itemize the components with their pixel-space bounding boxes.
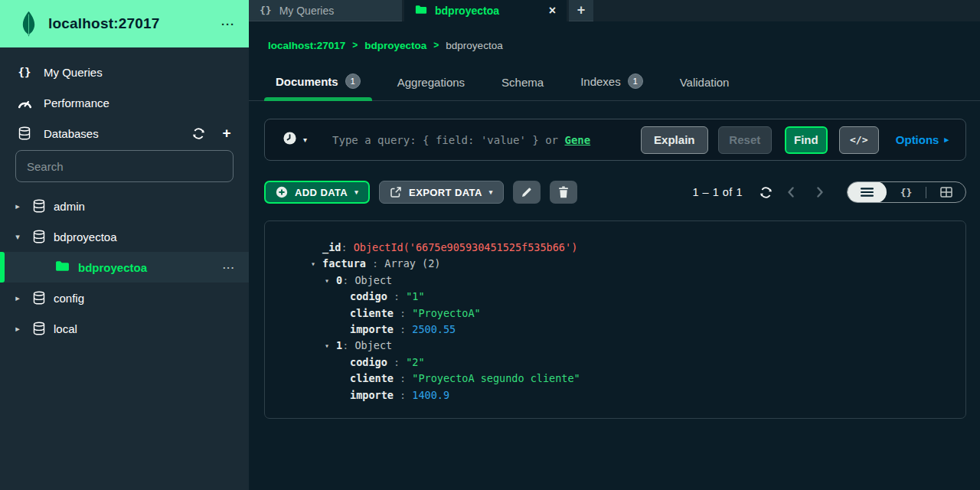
tab-indexes[interactable]: Indexes 1 bbox=[580, 74, 643, 100]
edit-document-button[interactable] bbox=[513, 181, 541, 204]
field-value: Object bbox=[354, 338, 392, 354]
field-separator: : bbox=[394, 322, 412, 338]
json-view-button[interactable]: {} bbox=[887, 181, 926, 203]
document-field-row[interactable]: codigo : "1" bbox=[265, 289, 965, 305]
options-toggle[interactable]: Options ▸ bbox=[896, 133, 949, 146]
field-separator: : bbox=[387, 289, 406, 305]
document-field-row[interactable]: codigo : "2" bbox=[265, 354, 965, 371]
options-label: Options bbox=[896, 133, 939, 146]
create-database-icon[interactable]: + bbox=[218, 125, 235, 142]
field-value: 2500.55 bbox=[412, 322, 456, 338]
next-page-icon[interactable] bbox=[809, 187, 831, 198]
sidebar-item-my-queries[interactable]: {} My Queries bbox=[0, 57, 249, 87]
list-view-button[interactable] bbox=[848, 181, 887, 203]
refresh-databases-icon[interactable] bbox=[190, 127, 207, 140]
tab-my-queries[interactable]: {} My Queries bbox=[249, 0, 402, 21]
tree-item-config[interactable]: ▸ config bbox=[0, 283, 249, 313]
folder-icon bbox=[415, 5, 427, 17]
new-tab-button[interactable]: + bbox=[569, 0, 593, 21]
collection-tabs: Documents 1 Aggregations Schema Indexes … bbox=[249, 57, 980, 101]
document-field-row[interactable]: ▾factura : Array (2) bbox=[265, 256, 965, 272]
generate-query-link[interactable]: Gene bbox=[564, 134, 590, 146]
add-data-button[interactable]: ADD DATA ▾ bbox=[264, 181, 370, 204]
tab-label: Aggregations bbox=[397, 76, 465, 89]
tree-item-bdproyectoa-db[interactable]: ▾ bdproyectoa bbox=[0, 221, 249, 252]
documents-count-badge: 1 bbox=[345, 74, 361, 89]
document-field-row[interactable]: importe : 2500.55 bbox=[265, 322, 965, 338]
expand-caret-icon[interactable]: ▾ bbox=[325, 338, 336, 354]
field-separator: : bbox=[342, 273, 354, 289]
tree-item-local[interactable]: ▸ local bbox=[0, 313, 249, 344]
tab-schema[interactable]: Schema bbox=[501, 76, 544, 100]
chevron-separator-icon: > bbox=[433, 40, 439, 51]
search-input[interactable] bbox=[15, 150, 234, 182]
reset-button[interactable]: Reset bbox=[718, 126, 772, 154]
expand-caret-icon[interactable]: ▾ bbox=[311, 256, 322, 272]
expand-caret-icon[interactable]: ▾ bbox=[325, 273, 336, 289]
find-button[interactable]: Find bbox=[785, 126, 828, 154]
field-key: codigo bbox=[350, 289, 387, 305]
chevron-right-icon[interactable]: ▸ bbox=[11, 324, 24, 334]
chevron-down-icon[interactable]: ▾ bbox=[303, 136, 307, 144]
close-tab-icon[interactable]: × bbox=[549, 4, 556, 18]
expand-caret-icon bbox=[338, 354, 350, 371]
chevron-separator-icon: > bbox=[352, 40, 358, 51]
document-field-row[interactable]: ▾0: Object bbox=[265, 273, 965, 289]
tab-documents[interactable]: Documents 1 bbox=[276, 74, 361, 100]
document-card[interactable]: _id: ObjectId('6675e905930451525f535b66'… bbox=[264, 220, 966, 419]
database-icon bbox=[31, 230, 47, 243]
chevron-down-icon[interactable]: ▾ bbox=[11, 232, 24, 242]
folder-icon bbox=[55, 260, 70, 274]
previous-page-icon[interactable] bbox=[780, 187, 802, 198]
chevron-right-icon[interactable]: ▸ bbox=[11, 201, 24, 211]
query-history-icon[interactable] bbox=[283, 132, 296, 148]
refresh-documents-icon[interactable] bbox=[755, 186, 776, 199]
document-field-row[interactable]: _id: ObjectId('6675e905930451525f535b66'… bbox=[265, 240, 965, 256]
tab-label: Indexes bbox=[580, 75, 621, 88]
export-to-language-button[interactable]: </> bbox=[839, 126, 879, 154]
database-tree: ▸ admin ▾ bdproyectoa bdproyectoa ··· bbox=[0, 191, 249, 344]
document-field-row[interactable]: cliente : "ProyectoA segundo cliente" bbox=[265, 371, 965, 387]
main-area: {} My Queries bdproyectoa × + localhost:… bbox=[249, 0, 980, 490]
query-input[interactable]: Type a query: { field: 'value' } or Gene bbox=[332, 134, 641, 146]
chevron-down-icon: ▾ bbox=[489, 188, 493, 196]
document-field-row[interactable]: cliente : "ProyectoA" bbox=[265, 305, 965, 322]
export-data-label: EXPORT DATA bbox=[409, 187, 482, 198]
tree-item-bdproyectoa-collection[interactable]: bdproyectoa ··· bbox=[0, 252, 249, 283]
field-key: factura bbox=[322, 256, 366, 272]
breadcrumb-host[interactable]: localhost:27017 bbox=[268, 40, 345, 51]
chevron-right-icon[interactable]: ▸ bbox=[11, 293, 24, 303]
breadcrumb-database[interactable]: bdproyectoa bbox=[364, 40, 426, 51]
table-view-button[interactable] bbox=[926, 181, 965, 203]
mongodb-leaf-icon bbox=[20, 10, 38, 38]
field-key: codigo bbox=[350, 354, 387, 371]
field-value: 1400.9 bbox=[412, 387, 449, 403]
braces-icon: {} bbox=[17, 66, 32, 78]
delete-document-button[interactable] bbox=[550, 181, 577, 204]
tab-aggregations[interactable]: Aggregations bbox=[397, 76, 465, 100]
field-value: "ProyectoA" bbox=[412, 305, 480, 322]
field-value: ObjectId('6675e905930451525f535b66') bbox=[354, 240, 578, 256]
document-field-row[interactable]: ▾1: Object bbox=[265, 338, 965, 354]
tab-label: Schema bbox=[501, 76, 544, 89]
plus-circle-icon bbox=[276, 186, 288, 198]
trash-icon bbox=[558, 186, 569, 198]
field-value: "1" bbox=[406, 289, 424, 305]
tree-item-admin[interactable]: ▸ admin bbox=[0, 191, 249, 221]
collection-menu-icon[interactable]: ··· bbox=[223, 262, 249, 273]
document-field-row[interactable]: importe : 1400.9 bbox=[265, 387, 965, 403]
explain-button[interactable]: Explain bbox=[641, 126, 708, 154]
connection-menu-icon[interactable]: ··· bbox=[221, 18, 235, 31]
field-separator: : bbox=[342, 338, 354, 354]
tree-item-label: admin bbox=[54, 200, 85, 213]
sidebar-item-databases[interactable]: Databases + bbox=[0, 118, 249, 149]
sidebar-item-performance[interactable]: Performance bbox=[0, 87, 249, 118]
field-separator: : bbox=[366, 256, 384, 272]
field-separator: : bbox=[394, 371, 412, 387]
tab-bdproyectoa[interactable]: bdproyectoa × bbox=[404, 0, 567, 21]
sidebar: localhost:27017 ··· {} My Queries Perfor… bbox=[0, 0, 249, 490]
export-data-button[interactable]: EXPORT DATA ▾ bbox=[379, 181, 504, 204]
field-key: 0 bbox=[336, 273, 342, 289]
tab-validation[interactable]: Validation bbox=[680, 76, 730, 100]
breadcrumb-collection: bdproyectoa bbox=[446, 40, 502, 51]
